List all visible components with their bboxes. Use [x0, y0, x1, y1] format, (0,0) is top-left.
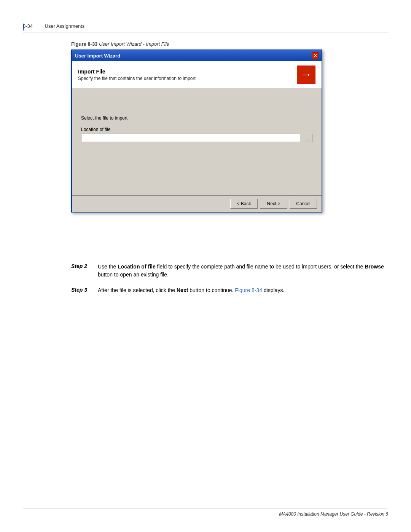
figure-caption: Figure 8-33 User Import Wizard - Import … [71, 41, 169, 47]
import-icon: → [297, 66, 315, 84]
dialog-footer: < Back Next > Cancel [72, 195, 322, 212]
step-2-text: Use the Location of file field to specif… [98, 263, 388, 279]
page-title: User Assignments [45, 23, 85, 29]
dialog-title: User Import Wizard [75, 53, 120, 59]
location-label: Location of file [81, 127, 312, 132]
next-button[interactable]: Next > [260, 199, 287, 209]
step-2-label: Step 2 [71, 263, 98, 269]
figure-8-34-link[interactable]: Figure 8-34 [235, 287, 262, 293]
header-separator [36, 23, 42, 29]
back-button[interactable]: < Back [230, 199, 258, 209]
dialog-header-text: Import File Specify the file that contai… [78, 69, 197, 81]
step-3-row: Step 3 After the file is selected, click… [71, 286, 388, 294]
dialog-titlebar: User Import Wizard ✕ [72, 50, 322, 61]
footer-text: MA4000 Installation Manager User Guide -… [279, 511, 388, 517]
import-icon-symbol: → [301, 69, 312, 81]
page-section-number: 8-34 [23, 23, 33, 29]
dialog-wrapper: User Import Wizard ✕ Import File Specify… [71, 50, 322, 212]
location-input[interactable] [81, 134, 300, 142]
step-3-label: Step 3 [71, 286, 98, 293]
dialog-description: Specify the file that contains the user … [78, 76, 197, 81]
page-header: 8-34 User Assignments [23, 23, 388, 32]
step-3-text: After the file is selected, click the Ne… [98, 286, 388, 294]
steps-section: Step 2 Use the Location of file field to… [71, 263, 388, 302]
file-input-row: ... [81, 134, 312, 142]
dialog-heading: Import File [78, 69, 197, 75]
figure-title: User Import Wizard - Import File [99, 41, 169, 47]
user-import-wizard-dialog: User Import Wizard ✕ Import File Specify… [71, 50, 322, 212]
step-2-row: Step 2 Use the Location of file field to… [71, 263, 388, 279]
page-footer: MA4000 Installation Manager User Guide -… [23, 508, 388, 517]
browse-button[interactable]: ... [302, 134, 312, 142]
select-file-label: Select the file to import [81, 115, 312, 121]
figure-number: Figure 8-33 [71, 41, 97, 47]
dialog-header-section: Import File Specify the file that contai… [72, 61, 322, 89]
dialog-close-button[interactable]: ✕ [312, 52, 319, 59]
dialog-body: Select the file to import Location of fi… [72, 89, 322, 195]
cancel-button[interactable]: Cancel [290, 199, 317, 209]
